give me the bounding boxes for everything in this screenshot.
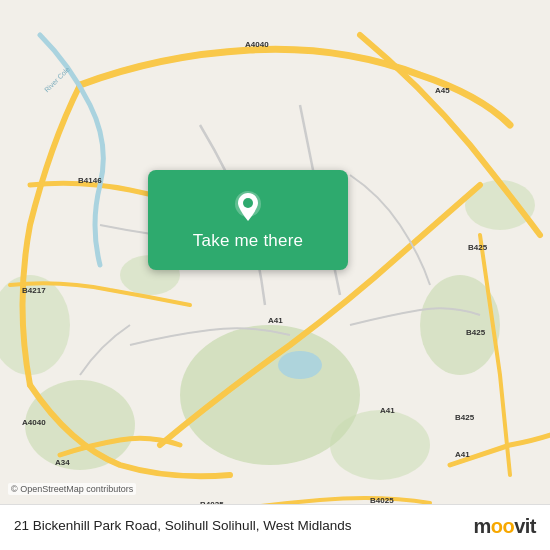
- svg-text:B4217: B4217: [22, 286, 46, 295]
- svg-text:A4040: A4040: [22, 418, 46, 427]
- map-svg: A4040 A45 B4146 B4217 A4040 A34 A41 A41 …: [0, 0, 550, 550]
- take-me-there-button[interactable]: Take me there: [148, 170, 348, 270]
- svg-text:A41: A41: [380, 406, 395, 415]
- svg-text:A45: A45: [435, 86, 450, 95]
- address-text: 21 Bickenhill Park Road, Solihull Solihu…: [14, 517, 463, 535]
- location-pin-icon: [230, 189, 266, 225]
- moovit-logo: moovit: [473, 515, 536, 538]
- button-label: Take me there: [193, 231, 303, 251]
- svg-point-25: [243, 198, 253, 208]
- svg-text:B425: B425: [455, 413, 475, 422]
- svg-text:B4146: B4146: [78, 176, 102, 185]
- svg-text:A41: A41: [268, 316, 283, 325]
- map-container: A4040 A45 B4146 B4217 A4040 A34 A41 A41 …: [0, 0, 550, 550]
- svg-point-4: [330, 410, 430, 480]
- moovit-logo-text: moovit: [473, 515, 536, 538]
- map-background: A4040 A45 B4146 B4217 A4040 A34 A41 A41 …: [0, 0, 550, 550]
- svg-text:A41: A41: [455, 450, 470, 459]
- bottom-bar: 21 Bickenhill Park Road, Solihull Solihu…: [0, 504, 550, 550]
- svg-point-8: [278, 351, 322, 379]
- svg-text:B425: B425: [468, 243, 488, 252]
- svg-text:A4040: A4040: [245, 40, 269, 49]
- svg-text:A34: A34: [55, 458, 70, 467]
- copyright-notice: © OpenStreetMap contributors: [8, 483, 136, 495]
- svg-text:B425: B425: [466, 328, 486, 337]
